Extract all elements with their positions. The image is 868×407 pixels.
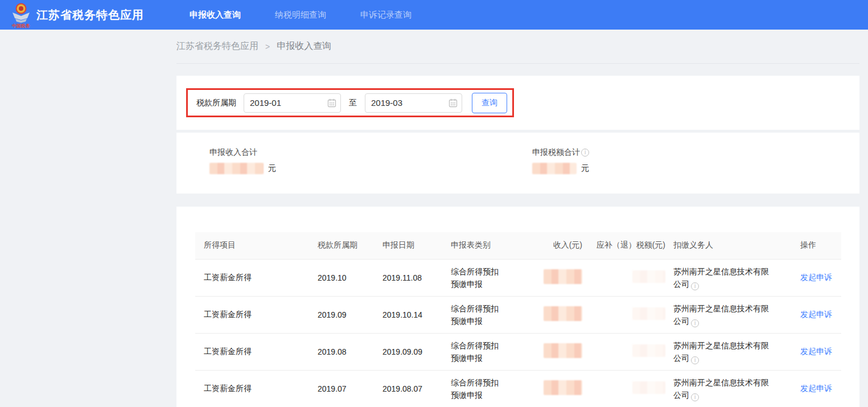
- withholding-agent: 苏州南开之星信息技术有限公司: [673, 341, 769, 363]
- declare-date: 2019.11.08: [374, 259, 442, 296]
- col-form-type: 申报表类别: [442, 232, 533, 259]
- declared-tax-total: 申报税额合计 i 元: [518, 133, 859, 194]
- withholding-agent: 苏州南开之星信息技术有限公司: [673, 304, 769, 326]
- declared-tax-total-label: 申报税额合计: [532, 147, 580, 158]
- info-icon[interactable]: i: [581, 149, 589, 157]
- redacted-income-value: [544, 306, 582, 321]
- info-icon[interactable]: i: [691, 282, 699, 290]
- declare-date: 2019.10.14: [374, 296, 442, 333]
- start-period-box: [244, 93, 341, 113]
- col-income-amount: 收入(元): [533, 232, 585, 259]
- declare-date: 2019.08.07: [374, 370, 442, 407]
- calendar-icon[interactable]: [449, 98, 458, 108]
- redacted-income-value: [544, 269, 582, 284]
- form-type: 综合所得预扣预缴申报: [451, 302, 503, 327]
- redacted-income-value: [544, 343, 582, 358]
- income-unit: 元: [268, 163, 276, 174]
- redacted-tax-value: [632, 381, 665, 394]
- income-item: 工资薪金所得: [195, 259, 309, 296]
- tax-unit: 元: [581, 163, 589, 174]
- col-action: 操作: [800, 232, 841, 259]
- logo-caption: 中国税务: [12, 23, 30, 28]
- nav-appeal-record-query[interactable]: 申诉记录查询: [360, 10, 412, 20]
- col-declare-date: 申报日期: [374, 232, 442, 259]
- table-row: 工资薪金所得 2019.10 2019.11.08 综合所得预扣预缴申报 苏州南…: [195, 259, 841, 296]
- app-header: 中国税务 江苏省税务特色应用 申报收入查询 纳税明细查询 申诉记录查询: [0, 0, 868, 30]
- tax-period: 2019.10: [309, 259, 374, 296]
- form-type: 综合所得预扣预缴申报: [451, 265, 503, 290]
- tax-period: 2019.07: [309, 370, 374, 407]
- table-row: 工资薪金所得 2019.08 2019.09.09 综合所得预扣预缴申报 苏州南…: [195, 333, 841, 370]
- table-row: 工资薪金所得 2019.07 2019.08.07 综合所得预扣预缴申报 苏州南…: [195, 370, 841, 407]
- income-item: 工资薪金所得: [195, 370, 309, 407]
- income-item: 工资薪金所得: [195, 333, 309, 370]
- income-item: 工资薪金所得: [195, 296, 309, 333]
- app-title: 江苏省税务特色应用: [36, 7, 144, 23]
- results-table: 所得项目 税款所属期 申报日期 申报表类别 收入(元) 应补（退）税额(元) 扣…: [195, 232, 841, 407]
- tax-period-label: 税款所属期: [196, 98, 236, 108]
- withholding-agent: 苏州南开之星信息技术有限公司: [673, 378, 769, 400]
- col-tax-period: 税款所属期: [309, 232, 374, 259]
- breadcrumb-separator-icon: >: [265, 42, 270, 51]
- declared-income-total: 申报收入合计 元: [176, 133, 518, 194]
- redacted-income-value: [544, 380, 582, 395]
- calendar-icon[interactable]: [327, 98, 336, 108]
- end-period-input[interactable]: [365, 93, 462, 113]
- initiate-appeal-link[interactable]: 发起申诉: [800, 347, 832, 356]
- redacted-tax-value: [632, 270, 665, 283]
- nav-tax-detail-query[interactable]: 纳税明细查询: [275, 10, 326, 20]
- initiate-appeal-link[interactable]: 发起申诉: [800, 310, 832, 319]
- query-button[interactable]: 查询: [472, 93, 507, 113]
- table-header-row: 所得项目 税款所属期 申报日期 申报表类别 收入(元) 应补（退）税额(元) 扣…: [195, 232, 841, 259]
- summary-card: 申报收入合计 元 申报税额合计 i 元: [176, 133, 859, 194]
- col-tax-amount: 应补（退）税额(元): [585, 232, 668, 259]
- breadcrumb-root[interactable]: 江苏省税务特色应用: [176, 40, 258, 52]
- declared-income-total-label: 申报收入合计: [209, 147, 257, 158]
- redacted-tax-value: [632, 307, 665, 320]
- initiate-appeal-link[interactable]: 发起申诉: [800, 384, 832, 393]
- info-icon[interactable]: i: [691, 393, 699, 401]
- tax-emblem-logo: 中国税务: [10, 2, 32, 28]
- declare-date: 2019.09.09: [374, 333, 442, 370]
- redacted-income-total-value: [209, 163, 264, 174]
- start-period-input[interactable]: [244, 93, 341, 113]
- breadcrumb: 江苏省税务特色应用 > 申报收入查询: [176, 30, 859, 64]
- form-type: 综合所得预扣预缴申报: [451, 376, 503, 401]
- redacted-tax-value: [632, 344, 665, 357]
- tax-period: 2019.08: [309, 333, 374, 370]
- col-withholding-agent: 扣缴义务人: [668, 232, 800, 259]
- results-card: 所得项目 税款所属期 申报日期 申报表类别 收入(元) 应补（退）税额(元) 扣…: [176, 207, 859, 407]
- redacted-tax-total-value: [532, 163, 577, 174]
- breadcrumb-current: 申报收入查询: [277, 40, 331, 52]
- end-period-box: [365, 93, 462, 113]
- info-icon[interactable]: i: [691, 356, 699, 364]
- col-income-item: 所得项目: [195, 232, 309, 259]
- top-nav: 申报收入查询 纳税明细查询 申诉记录查询: [190, 10, 446, 20]
- withholding-agent: 苏州南开之星信息技术有限公司: [673, 267, 769, 289]
- tax-period: 2019.09: [309, 296, 374, 333]
- to-label: 至: [349, 98, 357, 108]
- form-type: 综合所得预扣预缴申报: [451, 339, 503, 364]
- nav-declared-income-query[interactable]: 申报收入查询: [190, 10, 241, 20]
- table-row: 工资薪金所得 2019.09 2019.10.14 综合所得预扣预缴申报 苏州南…: [195, 296, 841, 333]
- initiate-appeal-link[interactable]: 发起申诉: [800, 273, 832, 282]
- info-icon[interactable]: i: [691, 319, 699, 327]
- search-card: 税款所属期 至 查询: [176, 76, 859, 130]
